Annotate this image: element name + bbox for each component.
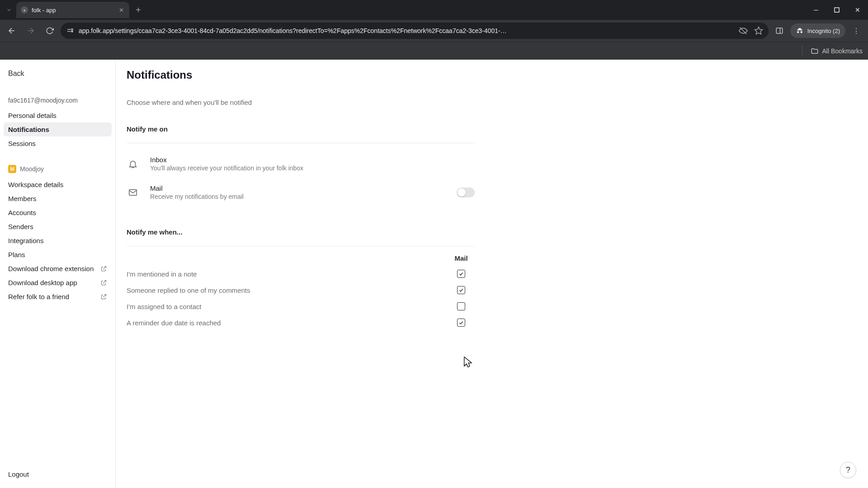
sidebar-item-label: Sessions [8, 140, 36, 147]
browser-tab[interactable]: ● folk - app ✕ [16, 2, 129, 18]
account-email: fa9c1617@moodjoy.com [4, 94, 112, 107]
sidebar-item-accounts[interactable]: Accounts [4, 206, 112, 220]
workspace-badge: M [8, 165, 16, 173]
all-bookmarks-button[interactable]: All Bookmarks [811, 47, 863, 55]
window-minimize[interactable]: ─ [806, 0, 826, 20]
sidebar-item-download-chrome-extension[interactable]: Download chrome extension [4, 262, 112, 276]
rule-assigned-mail-checkbox[interactable] [457, 302, 465, 310]
channel-mail-title: Mail [150, 184, 446, 192]
channel-mail-desc: Receive my notifications by email [150, 193, 446, 200]
rule-row-replied: Someone replied to one of my comments [127, 282, 475, 298]
sidebar-item-label: Notifications [8, 126, 49, 133]
page-title: Notifications [127, 69, 868, 81]
sidebar-item-members[interactable]: Members [4, 192, 112, 206]
notify-when-section: Notify me when... Mail I'm mentioned in … [127, 228, 475, 331]
external-link-icon [100, 279, 107, 286]
tab-favicon: ● [21, 6, 28, 14]
logout-link[interactable]: Logout [4, 467, 112, 482]
divider [802, 46, 802, 56]
sidebar-item-senders[interactable]: Senders [4, 220, 112, 234]
svg-marker-8 [755, 27, 762, 34]
sidebar-item-integrations[interactable]: Integrations [4, 234, 112, 248]
all-bookmarks-label: All Bookmarks [822, 47, 863, 55]
rule-label: I'm mentioned in a note [127, 270, 448, 278]
sidebar-item-label: Plans [8, 251, 25, 258]
workspace-name: Moodjoy [20, 165, 44, 173]
page-subtitle: Choose where and when you'll be notified [127, 99, 868, 106]
sidebar-item-download-desktop-app[interactable]: Download desktop app [4, 276, 112, 290]
help-button[interactable]: ? [840, 462, 856, 478]
sidebar-item-label: Accounts [8, 209, 36, 216]
rule-mentioned-mail-checkbox[interactable] [457, 270, 465, 278]
channel-mail-row: Mail Receive my notifications by email [127, 180, 475, 208]
window-close[interactable]: ✕ [847, 0, 868, 20]
tab-title: folk - app [32, 7, 114, 14]
window-controls: ─ ✕ [806, 0, 868, 20]
rule-label: Someone replied to one of my comments [127, 286, 448, 294]
rule-label: I'm assigned to a contact [127, 303, 448, 310]
back-link[interactable]: Back [4, 66, 112, 81]
sidebar-item-label: Refer folk to a friend [8, 293, 69, 300]
sidebar-item-label: Download desktop app [8, 279, 77, 286]
svg-rect-9 [776, 28, 783, 33]
notify-on-section: Notify me on Inbox You'll always receive… [127, 125, 475, 208]
sidebar-item-label: Senders [8, 223, 33, 230]
nav-forward-button[interactable] [23, 23, 39, 39]
divider [127, 143, 475, 143]
nav-back-button[interactable] [4, 23, 20, 39]
sidebar-item-label: Members [8, 195, 37, 202]
url-text: app.folk.app/settings/ccaa7ca2-3ce3-4001… [79, 27, 734, 34]
sidebar-item-notifications[interactable]: Notifications [4, 122, 112, 136]
channel-inbox-desc: You'll always receive your notification … [150, 164, 475, 172]
svg-point-6 [71, 31, 73, 32]
help-label: ? [846, 465, 850, 475]
svg-point-5 [71, 29, 73, 30]
external-link-icon [100, 293, 107, 300]
notify-on-heading: Notify me on [127, 125, 475, 133]
browser-menu-button[interactable]: ⋮ [848, 23, 864, 39]
svg-rect-0 [835, 8, 839, 12]
sidebar-item-sessions[interactable]: Sessions [4, 136, 112, 150]
browser-chrome: ● folk - app ✕ + ─ ✕ [0, 0, 868, 60]
sidebar-item-refer-folk[interactable]: Refer folk to a friend [4, 290, 112, 304]
browser-toolbar: app.folk.app/settings/ccaa7ca2-3ce3-4001… [0, 20, 868, 42]
tabs-dropdown[interactable] [3, 4, 15, 16]
sidebar-item-label: Integrations [8, 237, 43, 244]
rule-row-mentioned: I'm mentioned in a note [127, 266, 475, 282]
tab-close-icon[interactable]: ✕ [118, 6, 125, 14]
sidebar-item-label: Download chrome extension [8, 265, 94, 272]
nav-reload-button[interactable] [42, 23, 58, 39]
settings-sidebar: Back fa9c1617@moodjoy.com Personal detai… [0, 60, 116, 488]
incognito-indicator[interactable]: Incognito (2) [790, 23, 845, 38]
incognito-label: Incognito (2) [807, 28, 840, 34]
rule-row-assigned: I'm assigned to a contact [127, 298, 475, 314]
bookmarks-bar: All Bookmarks [0, 42, 868, 60]
mail-icon [127, 188, 139, 197]
bell-icon [127, 159, 139, 169]
divider [127, 246, 475, 246]
new-tab-button[interactable]: + [129, 5, 147, 15]
channel-inbox-title: Inbox [150, 156, 475, 164]
sidebar-item-label: Personal details [8, 112, 57, 119]
workspace-header: M Moodjoy [4, 162, 112, 176]
rules-col-mail: Mail [448, 254, 475, 262]
mail-toggle[interactable] [457, 188, 475, 197]
rule-replied-mail-checkbox[interactable] [457, 286, 465, 294]
window-maximize[interactable] [826, 0, 847, 20]
address-bar[interactable]: app.folk.app/settings/ccaa7ca2-3ce3-4001… [61, 23, 769, 39]
site-info-icon[interactable] [66, 27, 74, 35]
notify-when-heading: Notify me when... [127, 228, 475, 236]
bookmark-star-icon[interactable] [754, 26, 763, 35]
sidebar-item-personal-details[interactable]: Personal details [4, 108, 112, 122]
rule-reminder-mail-checkbox[interactable] [457, 319, 465, 327]
sidebar-item-workspace-details[interactable]: Workspace details [4, 178, 112, 192]
side-panel-button[interactable] [771, 23, 788, 39]
rules-header-row: Mail [127, 254, 475, 262]
external-link-icon [100, 265, 107, 272]
channel-inbox-row: Inbox You'll always receive your notific… [127, 151, 475, 180]
toggle-knob [458, 188, 466, 197]
rule-label: A reminder due date is reached [127, 319, 448, 327]
settings-main: Notifications Choose where and when you'… [116, 60, 868, 488]
tracking-protection-icon[interactable] [739, 26, 748, 35]
sidebar-item-plans[interactable]: Plans [4, 248, 112, 262]
